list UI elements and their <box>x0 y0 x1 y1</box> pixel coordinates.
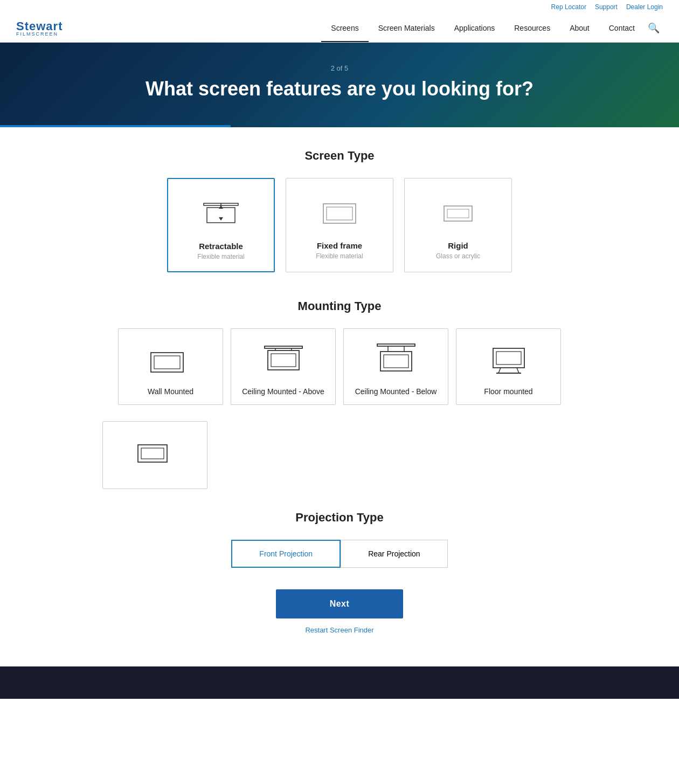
dealer-login-link[interactable]: Dealer Login <box>626 3 663 11</box>
projection-type-section: Projection Type Front Projection Rear Pr… <box>92 511 587 568</box>
projection-buttons: Front Projection Rear Projection <box>92 540 587 568</box>
ceiling-above-label: Ceiling Mounted - Above <box>240 387 327 396</box>
front-projection-btn[interactable]: Front Projection <box>231 540 341 568</box>
card-retractable[interactable]: Retractable Flexible material <box>167 178 275 272</box>
search-nav-item[interactable]: 🔍 <box>645 22 663 34</box>
svg-rect-7 <box>444 206 472 221</box>
rigid-label: Rigid <box>415 241 501 250</box>
nav-item-about[interactable]: About <box>560 14 599 42</box>
svg-rect-22 <box>496 352 521 365</box>
fixed-frame-sub: Flexible material <box>297 252 382 260</box>
hero-banner: 2 of 5 What screen features are you look… <box>0 43 679 127</box>
retractable-icon-wrap <box>179 195 263 233</box>
logo-sub: FILMSCREEN <box>16 31 63 37</box>
screen-type-section: Screen Type Retractable Flexible materia… <box>92 149 587 272</box>
mount-card-floor[interactable]: Floor mounted <box>456 328 561 405</box>
mounting-grid: Wall Mounted Ceiling Mounted - Above <box>92 328 587 405</box>
logo: Stewart FILMSCREEN <box>16 19 63 37</box>
wall-mounted-icon <box>147 343 195 379</box>
mount-card-ceiling-above[interactable]: Ceiling Mounted - Above <box>231 328 336 405</box>
nav-link-about[interactable]: About <box>560 14 599 42</box>
svg-line-23 <box>498 368 501 373</box>
rigid-icon <box>436 197 480 230</box>
nav-item-contact[interactable]: Contact <box>599 14 645 42</box>
floor-mounted-icon <box>484 343 533 379</box>
nav-item-resources[interactable]: Resources <box>504 14 560 42</box>
projection-type-title: Projection Type <box>92 511 587 525</box>
nav-link-screens[interactable]: Screens <box>321 14 368 42</box>
retractable-icon <box>199 198 242 230</box>
rep-locator-link[interactable]: Rep Locator <box>551 3 586 11</box>
next-button[interactable]: Next <box>276 589 404 618</box>
hero-title: What screen features are you looking for… <box>16 78 663 100</box>
fixed-frame-icon-wrap <box>297 195 382 232</box>
svg-line-24 <box>517 368 519 373</box>
card-rigid[interactable]: Rigid Glass or acrylic <box>404 178 512 272</box>
retractable-label: Retractable <box>179 242 263 251</box>
nav-item-screen-materials[interactable]: Screen Materials <box>369 14 445 42</box>
hero-step: 2 of 5 <box>16 64 663 72</box>
floor-mounted-label: Floor mounted <box>465 387 552 396</box>
nav-link-resources[interactable]: Resources <box>504 14 560 42</box>
rear-projection-btn[interactable]: Rear Projection <box>341 540 448 568</box>
fixed-frame-label: Fixed frame <box>297 241 382 250</box>
restart-link[interactable]: Restart Screen Finder <box>92 626 587 634</box>
screen-type-grid: Retractable Flexible material Fixed fram… <box>92 178 587 272</box>
floor-mounted-icon-wrap <box>465 342 552 380</box>
main-nav: Stewart FILMSCREEN Screens Screen Materi… <box>0 14 679 43</box>
extra-mount-icon <box>134 437 177 470</box>
ceiling-below-label: Ceiling Mounted - Below <box>352 387 439 396</box>
fixed-frame-icon <box>318 197 361 230</box>
svg-rect-20 <box>384 355 408 368</box>
rigid-icon-wrap <box>415 195 501 232</box>
nav-link-applications[interactable]: Applications <box>445 14 505 42</box>
nav-links: Screens Screen Materials Applications Re… <box>321 14 663 42</box>
svg-rect-8 <box>447 209 469 218</box>
svg-marker-4 <box>219 217 223 221</box>
wall-mounted-label: Wall Mounted <box>127 387 214 396</box>
extra-mount-area <box>92 421 587 489</box>
svg-rect-10 <box>154 356 180 369</box>
mount-card-wall[interactable]: Wall Mounted <box>118 328 223 405</box>
rigid-sub: Glass or acrylic <box>415 252 501 260</box>
retractable-sub: Flexible material <box>179 253 263 260</box>
nav-link-contact[interactable]: Contact <box>599 14 645 42</box>
ceiling-above-icon-wrap <box>240 342 327 380</box>
footer <box>0 666 679 699</box>
main-content: Screen Type Retractable Flexible materia… <box>81 127 598 666</box>
ceiling-below-icon <box>372 343 420 379</box>
mounting-type-section: Mounting Type Wall Mounted <box>92 299 587 489</box>
progress-bar <box>0 125 231 127</box>
svg-rect-27 <box>141 448 164 459</box>
mounting-type-title: Mounting Type <box>92 299 587 313</box>
mount-card-ceiling-below[interactable]: Ceiling Mounted - Below <box>343 328 448 405</box>
utility-bar: Rep Locator Support Dealer Login <box>0 0 679 14</box>
search-icon[interactable]: 🔍 <box>645 13 663 43</box>
ceiling-below-icon-wrap <box>352 342 439 380</box>
mount-card-extra[interactable] <box>102 421 207 489</box>
nav-item-applications[interactable]: Applications <box>445 14 505 42</box>
svg-rect-6 <box>327 207 352 220</box>
wall-mounted-icon-wrap <box>127 342 214 380</box>
svg-rect-26 <box>138 445 167 462</box>
svg-marker-3 <box>219 205 223 209</box>
svg-rect-16 <box>377 344 415 346</box>
screen-type-title: Screen Type <box>92 149 587 163</box>
card-fixed-frame[interactable]: Fixed frame Flexible material <box>286 178 393 272</box>
nav-item-screens[interactable]: Screens <box>321 14 368 42</box>
svg-rect-13 <box>271 354 296 367</box>
actions-section: Next Restart Screen Finder <box>92 589 587 634</box>
extra-mount-icon-wrap <box>112 435 198 472</box>
nav-link-screen-materials[interactable]: Screen Materials <box>369 14 445 42</box>
ceiling-above-icon <box>259 343 308 379</box>
support-link[interactable]: Support <box>595 3 618 11</box>
svg-rect-11 <box>265 346 302 348</box>
